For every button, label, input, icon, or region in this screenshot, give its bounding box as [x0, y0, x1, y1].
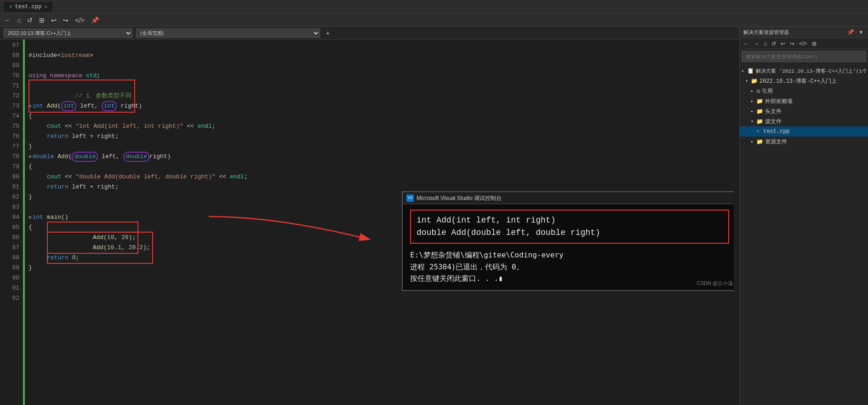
debug-console: VS Microsoft Visual Studio 调试控制台 int Add… [402, 191, 734, 291]
code-line-78: ⊖ double Add ( double left, double right… [29, 152, 730, 162]
sidebar-search-input[interactable] [742, 51, 866, 62]
code-line-80: cout << "double Add(double left, double … [29, 172, 730, 182]
headers-label: 头文件 [765, 108, 782, 115]
toolbar-undo-btn[interactable]: ↩ [49, 16, 59, 25]
sidebar-home2-btn[interactable]: ⌂ [762, 40, 769, 48]
debug-path: E:\梦想杂货铺\编程\gitee\Coding-every [410, 249, 729, 261]
debug-title-bar: VS Microsoft Visual Studio 调试控制台 [403, 192, 734, 204]
sources-expand-icon: ▾ [751, 119, 754, 124]
debug-exit: 进程 25304)已退出，代码为 0。 [410, 261, 729, 273]
tree-item-sources[interactable]: ▾ 📁 源文件 [740, 116, 868, 126]
sidebar-back-btn[interactable]: ← [742, 40, 751, 48]
testcpp-icon: + [756, 128, 760, 135]
tab-label: test.cpp [15, 4, 42, 10]
code-area[interactable]: 67 68 69 70 71 72 73 74 75 76 77 78 79 8… [0, 40, 739, 405]
code-line-81: return left + right; [29, 182, 730, 192]
project-select[interactable]: 2022.10.13-博客-C++入门上 [4, 29, 132, 38]
debug-watermark: CSDN @云小汤 [697, 278, 733, 288]
debug-line-2: double Add(double left, double right) [417, 227, 723, 239]
toolbar-refresh-btn[interactable]: ↺ [25, 16, 35, 25]
code-line-69 [29, 61, 730, 71]
sidebar-pin-btn[interactable]: 📌 [845, 28, 856, 36]
external-folder-icon: 📁 [756, 98, 763, 105]
tree-area: ▸ 📋 解决方案 '2022.10.13-博客-C++入门上'(1个 ▾ 📁 2… [740, 64, 868, 405]
toolbar-code-btn[interactable]: </> [73, 16, 86, 25]
tree-project[interactable]: ▾ 📁 2022.10.13-博客-C++入门上 [740, 76, 868, 86]
sidebar-header: 解决方案资源管理器 📌 ▾ [740, 27, 868, 38]
resources-folder-icon: 📁 [756, 138, 763, 145]
external-expand-icon: ▸ [751, 98, 754, 104]
headers-expand-icon: ▸ [751, 108, 754, 114]
toolbar-redo-btn[interactable]: ↪ [61, 16, 71, 25]
sidebar-forward-btn[interactable]: → [752, 40, 761, 48]
code-content[interactable]: #include<iostream> using namespace std; … [25, 40, 734, 405]
tab-test-cpp[interactable]: + test.cpp ✕ [4, 2, 53, 12]
sidebar-undo2-btn[interactable]: ↩ [779, 40, 787, 48]
sidebar-refresh2-btn[interactable]: ↺ [770, 40, 778, 48]
debug-close: 按任意键关闭此窗口. . .▮ [410, 273, 729, 285]
code-line-76: return left + right; [29, 131, 730, 142]
solution-icon: 📋 [747, 68, 754, 74]
vs-icon: VS [406, 194, 414, 202]
solution-expand-icon: ▸ [742, 68, 744, 74]
toolbar-home-btn[interactable]: ⌂ [15, 16, 23, 25]
resources-label: 资源文件 [765, 138, 787, 146]
tab-bar: + test.cpp ✕ [0, 0, 868, 14]
testcpp-label: test.cpp [763, 128, 790, 135]
sidebar-toolbar: ← → ⌂ ↺ ↩ ↪ </> ⊞ [740, 38, 868, 49]
sidebar-title: 解决方案资源管理器 [743, 29, 789, 36]
code-line-75: cout << "int Add(int left, int right)" <… [29, 121, 730, 131]
tree-item-external[interactable]: ▸ 📁 外部依赖项 [740, 96, 868, 106]
sources-label: 源文件 [765, 118, 782, 125]
ref-expand-icon: ▸ [751, 88, 754, 94]
tab-close-icon[interactable]: ✕ [44, 4, 47, 10]
resources-expand-icon: ▸ [751, 139, 754, 144]
scope-select[interactable]: (全局范围) [136, 29, 320, 38]
tree-item-resources[interactable]: ▸ 📁 资源文件 [740, 137, 868, 147]
tree-item-testcpp[interactable]: + test.cpp [740, 126, 868, 137]
sources-folder-icon: 📁 [756, 118, 763, 125]
debug-line-1: int Add(int left, int right) [417, 214, 723, 227]
scrollbar[interactable] [734, 40, 739, 405]
tree-solution[interactable]: ▸ 📋 解决方案 '2022.10.13-博客-C++入门上'(1个 [740, 66, 868, 76]
debug-cursor: ▮ [498, 274, 503, 283]
sidebar-header-buttons: 📌 ▾ [845, 28, 864, 36]
sidebar-code2-btn[interactable]: </> [797, 40, 809, 48]
tree-item-ref[interactable]: ▸ ⊞ 引用 [740, 86, 868, 96]
headers-folder-icon: 📁 [756, 108, 763, 115]
project-folder-icon: 📁 [751, 78, 758, 85]
ref-label: 引用 [762, 87, 773, 95]
debug-output-box: int Add(int left, int right) double Add(… [410, 210, 729, 244]
cpp-icon: + [9, 4, 12, 10]
toolbar-back-btn[interactable]: ← [2, 16, 13, 25]
code-line-72: // 1、参数类型不同 [29, 91, 730, 101]
code-line-67 [29, 40, 730, 51]
toolbar-pin-btn[interactable]: 📌 [89, 16, 101, 25]
toolbar: ← ⌂ ↺ ⊞ ↩ ↪ </> 📌 [0, 14, 868, 27]
code-line-79: { [29, 162, 730, 172]
code-line-92 [29, 293, 730, 303]
project-label: 2022.10.13-博客-C++入门上 [760, 77, 837, 85]
tree-item-headers[interactable]: ▸ 📁 头文件 [740, 106, 868, 116]
code-line-74: { [29, 111, 730, 121]
sidebar: 解决方案资源管理器 📌 ▾ ← → ⌂ ↺ ↩ ↪ </> ⊞ ▸ 📋 解决方案… [739, 27, 868, 405]
debug-content: int Add(int left, int right) double Add(… [403, 204, 734, 290]
ref-icon: ⊞ [756, 87, 760, 95]
sidebar-redo2-btn[interactable]: ↪ [788, 40, 796, 48]
project-expand-icon: ▾ [745, 78, 748, 84]
sidebar-filter-btn[interactable]: ⊞ [810, 40, 818, 48]
debug-title-text: Microsoft Visual Studio 调试控制台 [417, 193, 502, 203]
add-btn[interactable]: + [324, 29, 332, 38]
code-line-73: ⊖ int Add ( int left, int right) [29, 101, 730, 111]
main-content: 2022.10.13-博客-C++入门上 (全局范围) + 67 68 69 7… [0, 27, 868, 405]
toolbar-history-btn[interactable]: ⊞ [37, 16, 47, 25]
line-numbers: 67 68 69 70 71 72 73 74 75 76 77 78 79 8… [0, 40, 23, 405]
code-line-77: } [29, 142, 730, 152]
solution-label: 解决方案 '2022.10.13-博客-C++入门上'(1个 [756, 68, 867, 74]
breadcrumb-bar: 2022.10.13-博客-C++入门上 (全局范围) + [0, 27, 739, 40]
code-line-68: #include<iostream> [29, 51, 730, 61]
editor-area: 2022.10.13-博客-C++入门上 (全局范围) + 67 68 69 7… [0, 27, 739, 405]
external-label: 外部依赖项 [765, 97, 793, 105]
sidebar-collapse-btn[interactable]: ▾ [858, 28, 864, 36]
